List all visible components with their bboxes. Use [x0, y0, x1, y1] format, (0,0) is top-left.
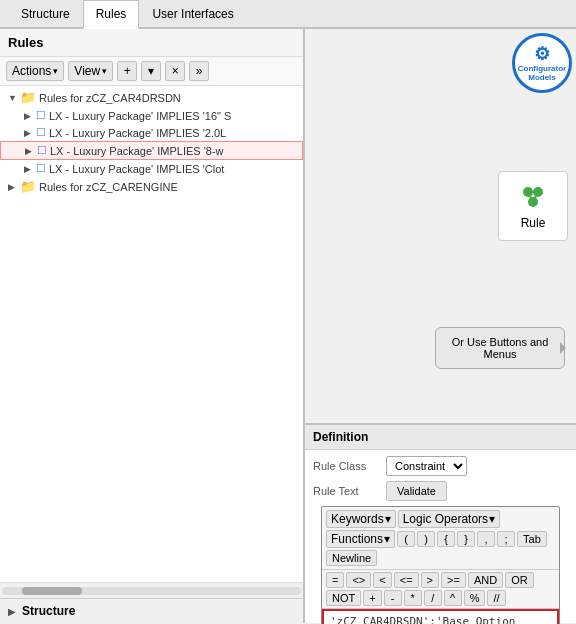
tab-rules[interactable]: Rules — [83, 0, 140, 29]
dropdown-button[interactable]: ▾ — [141, 61, 161, 81]
rule-class-label: Rule Class — [313, 460, 378, 472]
view-label: View — [74, 64, 100, 78]
rules-tree: ▼ 📁 Rules for zCZ_CAR4DRSDN ▶ ☐ LX - Lux… — [0, 86, 303, 582]
rule-toolbar-row2: = <> < <= > >= AND OR NOT + - * / ^ — [322, 570, 559, 609]
comma-button[interactable]: , — [477, 531, 495, 547]
open-brace-button[interactable]: { — [437, 531, 455, 547]
scroll-thumb[interactable] — [22, 587, 82, 595]
expand-arrow-3: ▶ — [24, 164, 36, 174]
tab-bar: Structure Rules User Interfaces — [0, 0, 576, 29]
rule-text-label: Rule Text — [313, 485, 378, 497]
tree-item-0[interactable]: ▶ ☐ LX - Luxury Package' IMPLIES '16" S — [0, 107, 303, 124]
tab-button[interactable]: Tab — [517, 531, 547, 547]
eq-button[interactable]: = — [326, 572, 344, 588]
structure-label: Structure — [22, 604, 75, 618]
rule-text-editor: Keywords ▾ Logic Operators ▾ Functions ▾… — [321, 506, 560, 624]
pct-button[interactable]: % — [464, 590, 486, 606]
expand-arrow-1: ▶ — [24, 128, 36, 138]
rule-card-icon — [518, 182, 548, 212]
remove-button[interactable]: × — [165, 61, 185, 81]
tab-user-interfaces[interactable]: User Interfaces — [139, 0, 246, 27]
tree-root2-folder[interactable]: ▶ 📁 Rules for zCZ_CARENGINE — [0, 177, 303, 196]
rule-card-container: Rule — [498, 101, 568, 241]
definition-header: Definition — [305, 425, 576, 450]
expand-arrow-2: ▶ — [25, 146, 37, 156]
keywords-label: Keywords — [331, 512, 384, 526]
rule-class-row: Rule Class Constraint — [313, 456, 568, 476]
left-panel: Rules Actions ▾ View ▾ + ▾ × » ▼ 📁 Rules… — [0, 29, 305, 623]
tree-label-3: LX - Luxury Package' IMPLIES 'Clot — [49, 163, 224, 175]
close-paren-button[interactable]: ) — [417, 531, 435, 547]
close-brace-button[interactable]: } — [457, 531, 475, 547]
dbl-slash-button[interactable]: // — [487, 590, 505, 606]
right-panel: ⚙ Configurator Models Rule — [305, 29, 576, 623]
structure-bar[interactable]: ▶ Structure — [0, 598, 303, 623]
horizontal-scrollbar[interactable] — [0, 582, 303, 598]
or-button[interactable]: OR — [505, 572, 534, 588]
neq-button[interactable]: <> — [346, 572, 371, 588]
minus-button[interactable]: - — [384, 590, 402, 606]
logic-operators-label: Logic Operators — [403, 512, 488, 526]
and-button[interactable]: AND — [468, 572, 503, 588]
configurator-models-icon[interactable]: ⚙ Configurator Models — [512, 33, 572, 93]
doc-icon-2: ☐ — [37, 144, 47, 157]
mul-button[interactable]: * — [404, 590, 422, 606]
rule-text-content[interactable]: 'zCZ_CAR4DRSDN':'Base Option Packages':'… — [322, 609, 559, 624]
keywords-chevron: ▾ — [385, 512, 391, 526]
expand-arrow-root2: ▶ — [8, 182, 20, 192]
newline-button[interactable]: Newline — [326, 550, 377, 566]
functions-chevron: ▾ — [384, 532, 390, 546]
actions-button[interactable]: Actions ▾ — [6, 61, 64, 81]
pow-button[interactable]: ^ — [444, 590, 462, 606]
tree-root2-label: Rules for zCZ_CARENGINE — [39, 181, 178, 193]
structure-expand-arrow: ▶ — [8, 606, 16, 617]
view-chevron: ▾ — [102, 66, 107, 76]
doc-icon-0: ☐ — [36, 109, 46, 122]
tab-structure[interactable]: Structure — [8, 0, 83, 27]
not-button[interactable]: NOT — [326, 590, 361, 606]
actions-label: Actions — [12, 64, 51, 78]
main-layout: Rules Actions ▾ View ▾ + ▾ × » ▼ 📁 Rules… — [0, 29, 576, 623]
configurator-icon-symbol: ⚙ — [534, 43, 550, 65]
functions-label: Functions — [331, 532, 383, 546]
expand-arrow-0: ▶ — [24, 111, 36, 121]
lt-button[interactable]: < — [373, 572, 391, 588]
add-button[interactable]: + — [117, 61, 137, 81]
open-paren-button[interactable]: ( — [397, 531, 415, 547]
tree-item-3[interactable]: ▶ ☐ LX - Luxury Package' IMPLIES 'Clot — [0, 160, 303, 177]
validate-button[interactable]: Validate — [386, 481, 447, 501]
doc-icon-1: ☐ — [36, 126, 46, 139]
lte-button[interactable]: <= — [394, 572, 419, 588]
gte-button[interactable]: >= — [441, 572, 466, 588]
div-button[interactable]: / — [424, 590, 442, 606]
view-button[interactable]: View ▾ — [68, 61, 113, 81]
actions-chevron: ▾ — [53, 66, 58, 76]
tree-item-2[interactable]: ▶ ☐ LX - Luxury Package' IMPLIES '8-w — [0, 141, 303, 160]
rule-class-select[interactable]: Constraint — [386, 456, 467, 476]
expand-arrow-root: ▼ — [8, 93, 20, 103]
rules-toolbar: Actions ▾ View ▾ + ▾ × » — [0, 57, 303, 86]
plus-button[interactable]: + — [363, 590, 381, 606]
more-button[interactable]: » — [189, 61, 209, 81]
rule-toolbar-row1: Keywords ▾ Logic Operators ▾ Functions ▾… — [322, 507, 559, 570]
scroll-track — [2, 587, 301, 595]
gt-button[interactable]: > — [421, 572, 439, 588]
logic-operators-chevron: ▾ — [489, 512, 495, 526]
rule-card[interactable]: Rule — [498, 171, 568, 241]
folder-icon-root: 📁 — [20, 90, 36, 105]
tree-label-2: LX - Luxury Package' IMPLIES '8-w — [50, 145, 224, 157]
functions-button[interactable]: Functions ▾ — [326, 530, 395, 548]
definition-body: Rule Class Constraint Rule Text Validate… — [305, 450, 576, 624]
definition-section: Definition Rule Class Constraint Rule Te… — [305, 423, 576, 623]
tree-root-folder[interactable]: ▼ 📁 Rules for zCZ_CAR4DRSDN — [0, 88, 303, 107]
semicolon-button[interactable]: ; — [497, 531, 515, 547]
configurator-label: Configurator Models — [515, 65, 569, 83]
tree-label-0: LX - Luxury Package' IMPLIES '16" S — [49, 110, 231, 122]
tree-item-1[interactable]: ▶ ☐ LX - Luxury Package' IMPLIES '2.0L — [0, 124, 303, 141]
tree-label-1: LX - Luxury Package' IMPLIES '2.0L — [49, 127, 226, 139]
rule-card-label: Rule — [521, 216, 546, 230]
keywords-button[interactable]: Keywords ▾ — [326, 510, 396, 528]
tooltip-bubble: Or Use Buttons and Menus — [435, 327, 565, 369]
doc-icon-3: ☐ — [36, 162, 46, 175]
logic-operators-button[interactable]: Logic Operators ▾ — [398, 510, 500, 528]
